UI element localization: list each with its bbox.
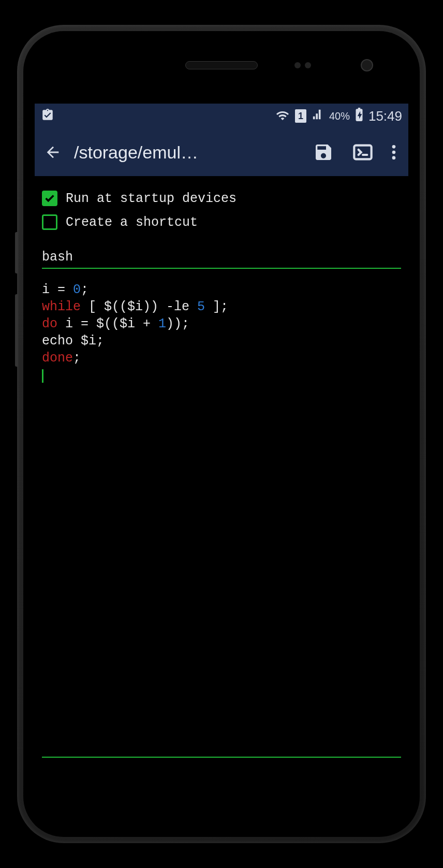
svg-point-1 [392,145,396,149]
checkbox-checked-icon [42,191,57,206]
wifi-icon [275,109,290,123]
signal-icon [312,109,324,123]
battery-charging-icon [355,108,363,124]
code-editor[interactable]: i = 0;while [ $(($i)) -le 5 ];do i = $((… [42,281,401,758]
clipboard-icon [41,108,54,124]
back-button[interactable] [44,143,62,161]
code-line: while [ $(($i)) -le 5 ]; [42,298,401,315]
content-area: Run at startup devices Create a shortcut… [35,176,408,768]
run-at-startup-checkbox[interactable]: Run at startup devices [42,186,401,210]
create-shortcut-checkbox[interactable]: Create a shortcut [42,210,401,234]
svg-rect-0 [354,146,371,160]
checkbox-unchecked-icon [42,214,57,230]
app-bar: /storage/emul… [35,128,408,176]
app-title-path: /storage/emul… [74,142,298,163]
phone-camera [361,59,373,71]
code-line: done; [42,350,401,367]
sim-indicator: 1 [295,109,306,123]
code-line: do i = $(($i + 1)); [42,315,401,332]
text-cursor [42,369,43,383]
terminal-button[interactable] [349,139,376,166]
save-button[interactable] [310,139,337,166]
volume-button [15,294,18,367]
svg-point-3 [392,156,396,160]
script-name-value: bash [42,250,401,265]
status-bar: 1 40% 15:49 [35,104,408,128]
volume-button [15,232,18,273]
screen: 1 40% 15:49 /storage/emul… [35,104,408,785]
status-clock: 15:49 [368,108,402,124]
phone-speaker [185,61,258,69]
code-line: i = 0; [42,281,401,298]
svg-point-2 [392,151,396,154]
script-name-input[interactable]: bash [42,250,401,269]
overflow-menu-button[interactable] [389,140,399,165]
create-shortcut-label: Create a shortcut [66,215,198,230]
phone-sensor [294,62,301,68]
phone-sensor [305,62,311,68]
phone-frame: 1 40% 15:49 /storage/emul… [17,25,426,843]
run-at-startup-label: Run at startup devices [66,191,237,206]
code-line: echo $i; [42,332,401,350]
battery-percent: 40% [329,110,350,122]
